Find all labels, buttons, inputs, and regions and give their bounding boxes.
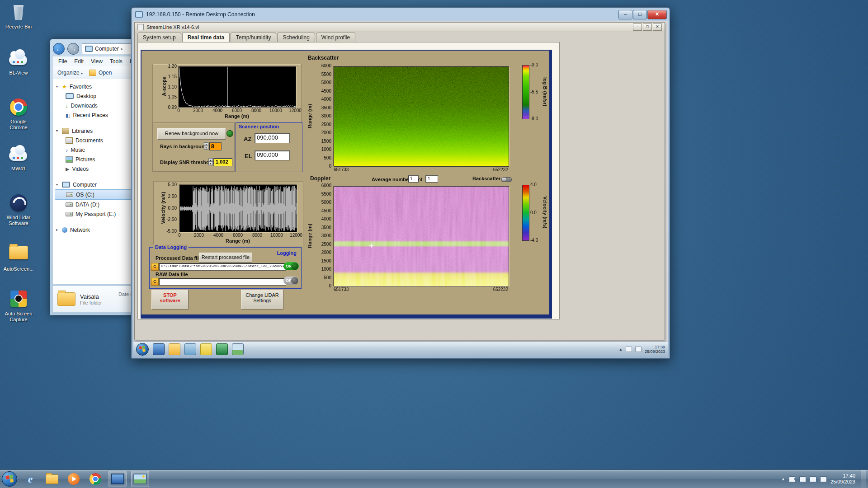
az-value-field[interactable]: 090.000 <box>255 133 290 143</box>
remote-notes-icon[interactable] <box>200 343 212 355</box>
tab-scheduling[interactable]: Scheduling <box>277 33 315 42</box>
taskbar-rdp[interactable] <box>108 471 127 487</box>
organize-button[interactable]: Organize ▾ <box>57 70 83 76</box>
processed-logging-toggle[interactable]: ON <box>283 262 299 270</box>
change-lidar-settings-button[interactable]: Change LiDARSettings <box>241 290 283 310</box>
chrome-icon <box>90 473 101 485</box>
desktop-icon-autoscreen-folder[interactable]: AutoScreen... <box>2 242 35 272</box>
photo-viewer-icon <box>133 474 147 484</box>
taskbar-ie[interactable]: e <box>22 471 39 487</box>
tray-volume-icon[interactable] <box>810 476 816 482</box>
average-total-field[interactable]: 1 <box>425 175 438 183</box>
remote-clock[interactable]: 17:39 25/09/2023 <box>645 345 665 354</box>
remote-grid-app-icon[interactable] <box>184 343 196 355</box>
realtime-panel: A-scope 1.201.151.101.050.99 02000400060… <box>141 50 552 319</box>
rdp-window: 192.168.0.150 - Remote Desktop Connectio… <box>131 7 670 359</box>
menu-file[interactable]: File <box>58 58 67 65</box>
processed-path-field[interactable]: C:\Lidar\Data\Proc\2023\202309\20230925\… <box>159 263 286 271</box>
library-icon <box>62 128 69 134</box>
menu-view[interactable]: View <box>91 58 103 65</box>
remote-start-button[interactable] <box>136 343 149 356</box>
rdp-title-text: 192.168.0.150 - Remote Desktop Connectio… <box>146 11 255 18</box>
desktop-icon-chrome[interactable]: Google Chrome <box>2 98 35 131</box>
desktop-icon-recycle-bin[interactable]: Recycle Bin <box>2 3 35 30</box>
rdp-titlebar[interactable]: 192.168.0.150 - Remote Desktop Connectio… <box>132 8 670 21</box>
tray-chevron-icon[interactable]: ▲ <box>781 477 785 481</box>
raw-data-file-label: RAW Data file <box>156 272 188 277</box>
expander-icon[interactable]: ▾ <box>55 183 59 187</box>
minimize-button[interactable]: – <box>633 23 642 31</box>
backscatter-display-toggle[interactable] <box>501 177 512 182</box>
el-value-field[interactable]: 090.000 <box>255 150 290 160</box>
az-label: AZ <box>244 136 251 142</box>
labview-titlebar[interactable]: StreamLine XR v14-6.vi – □ ✕ <box>135 23 665 32</box>
drive-icon <box>66 212 73 216</box>
rays-spinner[interactable]: ▲▼ <box>204 142 208 150</box>
desktop-icon-bl-view[interactable]: BL-View <box>2 50 35 76</box>
menu-edit[interactable]: Edit <box>74 58 84 65</box>
snr-spinner[interactable]: ▲▼ <box>208 158 213 165</box>
taskbar-media-player[interactable] <box>65 471 82 487</box>
close-button[interactable]: ✕ <box>647 10 667 19</box>
tray-network-icon[interactable] <box>820 476 827 482</box>
tray-display-icon[interactable] <box>799 476 806 482</box>
maximize-button[interactable]: □ <box>633 10 647 19</box>
tab-wind-profile[interactable]: Wind profile <box>316 33 355 42</box>
back-button[interactable]: ← <box>53 43 65 55</box>
folder-icon <box>57 292 75 306</box>
remote-app-window-icon[interactable] <box>153 343 165 355</box>
backscatter-colorbar <box>522 65 529 119</box>
taskbar-chrome[interactable] <box>87 471 104 487</box>
expander-icon[interactable]: ▾ <box>55 84 59 89</box>
tray-chevron-icon[interactable]: ▲ <box>619 347 623 352</box>
tab-real-time-data[interactable]: Real time data <box>182 32 230 42</box>
desktop-icon-label: MW41 <box>2 166 35 172</box>
tray-volume-icon[interactable] <box>635 347 642 352</box>
tray-display-icon[interactable] <box>626 347 632 352</box>
windows-flag-icon <box>139 346 146 352</box>
desktop-icon-auto-screen-capture[interactable]: Auto Screen Capture <box>2 289 35 323</box>
snr-value-field[interactable]: 1.002 <box>213 158 232 166</box>
renew-background-button[interactable]: Renew background now <box>157 128 226 140</box>
forward-button[interactable]: → <box>67 43 79 55</box>
taskbar-explorer[interactable] <box>43 471 61 487</box>
average-number-field[interactable]: 1 <box>408 175 419 183</box>
taskbar-photo-viewer[interactable] <box>131 471 149 487</box>
maximize-button[interactable]: □ <box>643 23 652 31</box>
tab-system-setup[interactable]: System setup <box>137 33 181 42</box>
restart-processed-file-button[interactable]: Restart processed file <box>199 253 252 263</box>
taskbar-clock[interactable]: 17:40 25/09/2023 <box>830 473 855 485</box>
backscatter-toggle-label: Backscatter <box>472 176 500 181</box>
remote-spreadsheet-icon[interactable] <box>216 343 228 355</box>
expander-icon[interactable]: ▸ <box>55 228 59 232</box>
minimize-button[interactable]: – <box>618 10 632 19</box>
open-button[interactable]: Open <box>89 70 112 76</box>
breadcrumb-text: Computer <box>95 46 119 52</box>
network-icon <box>62 227 67 233</box>
documents-icon <box>66 137 73 144</box>
expander-icon[interactable]: ▾ <box>55 129 59 133</box>
menu-tools[interactable]: Tools <box>110 58 123 65</box>
tab-temp-humidity[interactable]: Temp/humidity <box>231 33 276 42</box>
remote-photo-icon[interactable] <box>232 343 244 355</box>
renew-led-indicator <box>226 130 233 137</box>
start-button[interactable] <box>2 471 17 487</box>
rays-value-field[interactable]: 8 <box>209 142 222 150</box>
stop-software-button[interactable]: STOPsoftware <box>151 290 189 310</box>
show-desktop-button[interactable] <box>861 470 866 488</box>
raw-path-field[interactable] <box>159 278 286 286</box>
desktop-icon <box>66 93 74 99</box>
doppler-title: Doppler <box>310 175 330 182</box>
drive-icon <box>66 192 73 197</box>
desktop-icon-label: Google Chrome <box>2 119 35 131</box>
backscatter-colorbar-ticks: -3.0-5.5-8.0 <box>530 62 544 121</box>
rdp-icon <box>111 474 124 484</box>
raw-logging-toggle[interactable]: OFF <box>283 277 299 285</box>
close-button[interactable]: ✕ <box>653 23 662 31</box>
desktop-icon-wind-lidar[interactable]: Wind Lidar Software <box>2 193 35 226</box>
remote-folder-icon[interactable] <box>169 343 180 355</box>
desktop-icon-mw41[interactable]: MW41 <box>2 145 35 172</box>
computer-icon <box>85 46 93 52</box>
velocity-xlabel: Range (m) <box>179 238 296 244</box>
action-center-flag-icon[interactable] <box>789 476 796 482</box>
